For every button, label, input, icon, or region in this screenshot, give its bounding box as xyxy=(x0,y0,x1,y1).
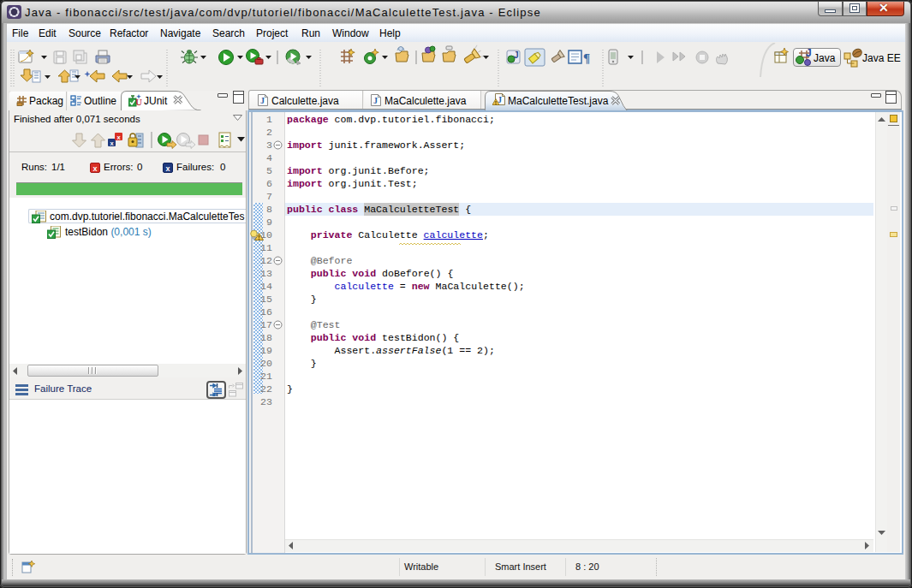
svg-text:J: J xyxy=(373,96,378,105)
svg-text:J: J xyxy=(514,50,519,60)
svg-text:J: J xyxy=(260,96,265,105)
svg-text:J: J xyxy=(806,47,812,59)
svg-text:x: x xyxy=(165,164,170,173)
svg-text:¶: ¶ xyxy=(583,51,590,65)
svg-text:x: x xyxy=(92,164,97,173)
